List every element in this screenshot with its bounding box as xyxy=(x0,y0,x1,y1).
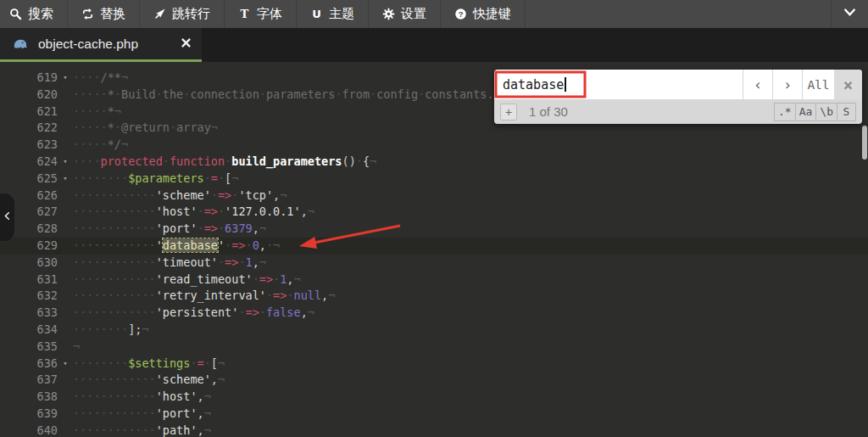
code-line[interactable]: 631············'read_timeout'·=>·1,¬ xyxy=(0,272,868,289)
fold-spacer xyxy=(58,339,73,356)
menu-item-settings[interactable]: 设置 xyxy=(369,0,441,28)
replace-icon xyxy=(81,8,94,20)
line-number: 631 xyxy=(0,272,58,289)
toolbar-collapse-button[interactable] xyxy=(831,0,868,28)
line-number: 632 xyxy=(0,288,58,305)
prev-match-button[interactable]: ‹ xyxy=(743,70,772,99)
code-line[interactable]: 627············'host'·=>·'127.0.0.1',¬ xyxy=(0,204,868,221)
fold-spacer xyxy=(58,87,73,104)
search-close-button[interactable]: × xyxy=(834,70,862,99)
code-text: ············'timeout'·=>·1,¬ xyxy=(73,255,868,272)
code-line[interactable]: 635¬ xyxy=(0,339,868,356)
line-number: 640 xyxy=(0,423,58,437)
svg-text:U: U xyxy=(312,8,321,20)
fold-arrow-icon[interactable]: ▾ xyxy=(58,154,73,171)
code-line[interactable]: 637············'scheme',¬ xyxy=(0,372,868,389)
menu-item-font[interactable]: T 字体 xyxy=(225,0,297,28)
code-line[interactable]: 626············'scheme'·=>·'tcp',¬ xyxy=(0,188,868,204)
search-icon xyxy=(9,8,22,20)
replace-all-button[interactable]: All xyxy=(802,70,834,99)
fold-spacer xyxy=(58,288,73,305)
menu-item-theme[interactable]: U 主题 xyxy=(297,0,369,28)
line-number: 637 xyxy=(0,372,58,389)
next-match-button[interactable]: › xyxy=(772,70,802,99)
gutter: 629 xyxy=(0,238,73,255)
vertical-scrollbar-thumb[interactable] xyxy=(862,126,867,160)
line-number: 622 xyxy=(0,120,58,137)
code-line[interactable]: 623·····*/¬ xyxy=(0,137,868,154)
fold-spacer xyxy=(58,389,73,406)
fold-spacer xyxy=(58,204,73,221)
fold-arrow-icon[interactable]: ▾ xyxy=(58,70,73,87)
code-line[interactable]: 638············'host',¬ xyxy=(0,389,868,406)
case-sensitive-toggle[interactable]: Aa xyxy=(795,103,817,121)
sidebar-collapse-handle[interactable] xyxy=(0,193,14,241)
match-count: 1 of 30 xyxy=(529,104,568,119)
gutter: 623 xyxy=(0,137,73,154)
fold-spacer xyxy=(58,221,73,238)
gutter: 630 xyxy=(0,255,73,272)
gutter: 619▾ xyxy=(0,70,73,87)
fold-spacer xyxy=(58,322,73,339)
gutter: 634 xyxy=(0,322,73,339)
code-line[interactable]: 624▾····protected·function·build_paramet… xyxy=(0,154,868,171)
line-number: 624 xyxy=(0,154,58,171)
code-text: ········$parameters·=·[¬ xyxy=(73,171,868,188)
line-number: 634 xyxy=(0,322,58,339)
code-line[interactable]: 633············'persistent'·=>·false,¬ xyxy=(0,305,868,322)
gutter: 624▾ xyxy=(0,154,73,171)
code-line[interactable]: 630············'timeout'·=>·1,¬ xyxy=(0,255,868,272)
gutter: 631 xyxy=(0,272,73,289)
line-number: 621 xyxy=(0,104,58,120)
code-text: ····protected·function·build_parameters(… xyxy=(73,154,868,171)
code-text: ········];¬ xyxy=(73,322,868,339)
line-number: 633 xyxy=(0,305,58,322)
code-text: ············'retry_interval'·=>·null,¬ xyxy=(73,288,868,305)
menu-item-goto-line[interactable]: 跳转行 xyxy=(140,0,225,28)
menu-item-shortcuts[interactable]: ? 快捷键 xyxy=(441,0,526,28)
menu-item-label: 设置 xyxy=(401,6,426,22)
whole-word-toggle[interactable]: \b xyxy=(815,103,837,121)
chevron-left-icon xyxy=(3,210,12,225)
question-icon: ? xyxy=(454,8,467,20)
code-text: ············'port',¬ xyxy=(73,406,868,423)
svg-text:?: ? xyxy=(459,10,464,19)
code-line[interactable]: 629············'database'·=>·0,·¬ xyxy=(0,238,868,255)
code-text: ············'persistent'·=>·false,¬ xyxy=(73,305,868,322)
code-line[interactable]: 640············'path',¬ xyxy=(0,423,868,437)
code-line[interactable]: 639············'port',¬ xyxy=(0,406,868,423)
code-text: ············'scheme',¬ xyxy=(73,372,868,389)
fold-spacer xyxy=(58,238,73,255)
search-input[interactable]: database xyxy=(494,70,743,99)
selection-toggle[interactable]: S xyxy=(837,103,856,121)
code-line[interactable]: 634········];¬ xyxy=(0,322,868,339)
search-panel-row-bottom: + 1 of 30 .* Aa \b S xyxy=(494,99,862,124)
line-number: 636 xyxy=(0,356,58,373)
menu-item-label: 跳转行 xyxy=(172,6,210,22)
gutter: 633 xyxy=(0,305,73,322)
gutter: 639 xyxy=(0,406,73,423)
chevron-down-icon xyxy=(843,5,857,23)
search-query-text: database xyxy=(503,77,564,92)
add-search-button[interactable]: + xyxy=(500,104,517,120)
fold-arrow-icon[interactable]: ▾ xyxy=(58,171,73,188)
code-text: ············'host'·=>·'127.0.0.1',¬ xyxy=(73,204,868,221)
menu-item-search[interactable]: 搜索 xyxy=(0,0,68,28)
fold-arrow-icon[interactable]: ▾ xyxy=(58,356,73,373)
code-line[interactable]: 636▾········$settings·=·[¬ xyxy=(0,356,868,373)
menu-item-label: 快捷键 xyxy=(473,6,511,22)
code-line[interactable]: 625▾········$parameters·=·[¬ xyxy=(0,171,868,188)
line-number: 639 xyxy=(0,406,58,423)
gutter: 621 xyxy=(0,104,73,120)
tab-close-icon[interactable] xyxy=(181,36,192,52)
tab-object-cache-php[interactable]: object-cache.php xyxy=(0,28,202,62)
menu-item-label: 搜索 xyxy=(28,6,53,22)
code-line[interactable]: 628············'port'·=>·6379,¬ xyxy=(0,221,868,238)
regex-toggle[interactable]: .* xyxy=(774,103,796,121)
code-text: ············'port'·=>·6379,¬ xyxy=(73,221,868,238)
menu-item-replace[interactable]: 替换 xyxy=(68,0,140,28)
line-number: 619 xyxy=(0,70,58,87)
code-text: ············'read_timeout'·=>·1,¬ xyxy=(73,272,868,289)
menu-item-label: 字体 xyxy=(257,6,282,22)
code-line[interactable]: 632············'retry_interval'·=>·null,… xyxy=(0,288,868,305)
